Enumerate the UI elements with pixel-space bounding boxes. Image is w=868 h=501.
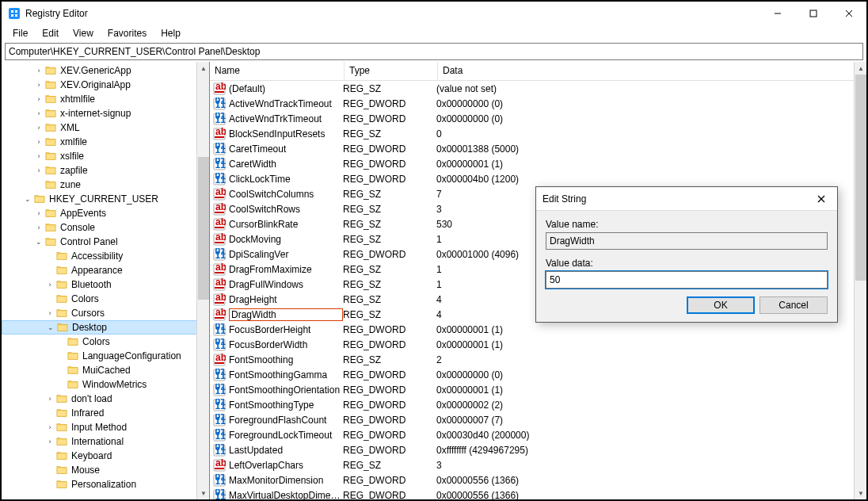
value-type: REG_SZ (343, 128, 436, 140)
tree-node[interactable]: ›XEV.GenericApp (2, 63, 209, 78)
tree-node[interactable]: ⌄HKEY_CURRENT_USER (2, 192, 209, 206)
chevron-right-icon[interactable]: › (44, 422, 55, 433)
list-row[interactable]: ForegroundLockTimeoutREG_DWORD0x00030d40… (210, 427, 866, 442)
list-row[interactable]: FontSmoothingTypeREG_DWORD0x00000002 (2) (210, 397, 866, 412)
tree-node[interactable]: ›International (2, 434, 209, 449)
chevron-right-icon[interactable]: › (44, 279, 55, 290)
scroll-down-icon[interactable]: ▼ (855, 487, 866, 499)
address-bar[interactable]: Computer\HKEY_CURRENT_USER\Control Panel… (5, 43, 863, 60)
list-row[interactable]: FontSmoothingOrientationREG_DWORD0x00000… (210, 382, 866, 397)
value-data: 0x000004b0 (1200) (436, 174, 866, 185)
list-row[interactable]: LastUpdatedREG_DWORD0xffffffff (42949672… (210, 442, 866, 457)
maximize-button[interactable] (795, 2, 831, 25)
close-button[interactable] (831, 2, 866, 25)
list-row[interactable]: CaretWidthREG_DWORD0x00000001 (1) (210, 156, 866, 171)
tree-node[interactable]: MuiCached (2, 363, 209, 377)
tree-scrollbar[interactable]: ▲ ▼ (196, 62, 209, 499)
col-name[interactable]: Name (210, 62, 345, 80)
chevron-right-icon[interactable]: › (33, 151, 44, 162)
tree-node[interactable]: zune (2, 178, 209, 192)
tree-node[interactable]: ›xslfile (2, 149, 209, 163)
cancel-button[interactable]: Cancel (760, 296, 828, 314)
chevron-down-icon[interactable]: ⌄ (33, 236, 44, 247)
menu-file[interactable]: File (6, 26, 34, 40)
list-row[interactable]: MaxVirtualDesktopDimen...REG_DWORD0x0000… (210, 488, 866, 499)
tree-node[interactable]: ›zapfile (2, 163, 209, 178)
tree-node[interactable]: LanguageConfiguration (2, 349, 209, 363)
scroll-up-icon[interactable]: ▲ (197, 62, 210, 75)
chevron-right-icon[interactable]: › (33, 136, 44, 147)
list-row[interactable]: ClickLockTimeREG_DWORD0x000004b0 (1200) (210, 171, 866, 186)
chevron-right-icon[interactable]: › (33, 122, 44, 133)
value-name-field[interactable] (546, 232, 828, 250)
col-type[interactable]: Type (345, 62, 438, 80)
tree-node[interactable]: Personalization (2, 477, 209, 491)
tree-node[interactable]: ›Input Method (2, 420, 209, 434)
scroll-thumb[interactable] (855, 75, 866, 281)
list-scrollbar[interactable]: ▲ ▼ (854, 62, 866, 499)
list-row[interactable]: ActiveWndTrackTimeoutREG_DWORD0x00000000… (210, 96, 866, 111)
tree-node[interactable]: ›x-internet-signup (2, 106, 209, 120)
tree-node[interactable]: Mouse (2, 463, 209, 477)
tree-node[interactable]: WindowMetrics (2, 377, 209, 392)
tree-node[interactable]: Accessibility (2, 249, 209, 263)
list-row[interactable]: FontSmoothingGammaREG_DWORD0x00000000 (0… (210, 367, 866, 382)
tree-node[interactable]: ›xmlfile (2, 135, 209, 149)
scroll-up-icon[interactable]: ▲ (855, 62, 866, 75)
dialog-close-button[interactable] (805, 187, 837, 211)
list-row[interactable]: FocusBorderWidthREG_DWORD0x00000001 (1) (210, 337, 866, 352)
chevron-right-icon[interactable]: › (33, 94, 44, 105)
tree-node[interactable]: ⌄Control Panel (2, 235, 209, 249)
tree-label: Input Method (70, 422, 128, 433)
tree-node[interactable]: Colors (2, 292, 209, 306)
menu-help[interactable]: Help (154, 26, 187, 40)
tree-node[interactable]: Appearance (2, 263, 209, 277)
menu-view[interactable]: View (67, 26, 100, 40)
tree-panel[interactable]: ›XEV.GenericApp›XEV.OriginalApp›xhtmlfil… (2, 62, 210, 499)
list-row[interactable]: CaretTimeoutREG_DWORD0x00001388 (5000) (210, 141, 866, 156)
chevron-right-icon[interactable]: › (33, 165, 44, 176)
chevron-down-icon[interactable]: ⌄ (22, 193, 33, 205)
list-row[interactable]: LeftOverlapCharsREG_SZ3 (210, 457, 866, 472)
tree-node[interactable]: Infrared (2, 406, 209, 420)
value-data-field[interactable] (546, 271, 828, 289)
folder-icon (44, 165, 57, 176)
chevron-right-icon[interactable]: › (33, 108, 44, 119)
chevron-down-icon[interactable]: ⌄ (45, 322, 56, 333)
tree-node[interactable]: ›XML (2, 120, 209, 135)
tree-node[interactable]: ›Console (2, 220, 209, 235)
tree-node[interactable]: ⌄Desktop (2, 320, 209, 335)
chevron-right-icon[interactable]: › (44, 393, 55, 404)
scroll-down-icon[interactable]: ▼ (197, 487, 210, 499)
col-data[interactable]: Data (438, 62, 866, 80)
list-row[interactable]: FocusBorderHeightREG_DWORD0x00000001 (1) (210, 322, 866, 337)
tree-node[interactable]: ›XEV.OriginalApp (2, 78, 209, 92)
tree-node[interactable]: ›xhtmlfile (2, 92, 209, 106)
scroll-thumb[interactable] (198, 157, 209, 300)
tree-node[interactable]: ›AppEvents (2, 206, 209, 220)
tree-label: Control Panel (59, 236, 120, 247)
list-row[interactable]: (Default)REG_SZ(value not set) (210, 81, 866, 96)
list-row[interactable]: ActiveWndTrkTimeoutREG_DWORD0x00000000 (… (210, 111, 866, 126)
tree-node[interactable]: ›don't load (2, 392, 209, 406)
chevron-right-icon[interactable]: › (33, 65, 44, 76)
tree-node[interactable]: ›Cursors (2, 306, 209, 320)
list-row[interactable]: MaxMonitorDimensionREG_DWORD0x00000556 (… (210, 472, 866, 488)
list-row[interactable]: FontSmoothingREG_SZ2 (210, 352, 866, 367)
list-row[interactable]: ForegroundFlashCountREG_DWORD0x00000007 … (210, 412, 866, 427)
list-row[interactable]: BlockSendInputResetsREG_SZ0 (210, 126, 866, 141)
tree-node[interactable]: Keyboard (2, 449, 209, 463)
minimize-button[interactable] (760, 2, 795, 25)
tree-node[interactable]: Colors (2, 335, 209, 349)
menu-favorites[interactable]: Favorites (101, 26, 153, 40)
chevron-right-icon[interactable]: › (44, 436, 55, 447)
value-name: CaretTimeout (229, 143, 343, 155)
ok-button[interactable]: OK (687, 296, 755, 314)
chevron-right-icon[interactable]: › (33, 79, 44, 90)
chevron-right-icon[interactable]: › (33, 208, 44, 219)
tree-node[interactable]: ›Bluetooth (2, 277, 209, 292)
value-name: CoolSwitchColumns (229, 189, 343, 200)
chevron-right-icon[interactable]: › (44, 308, 55, 319)
menu-edit[interactable]: Edit (36, 26, 65, 40)
chevron-right-icon[interactable]: › (33, 222, 44, 233)
